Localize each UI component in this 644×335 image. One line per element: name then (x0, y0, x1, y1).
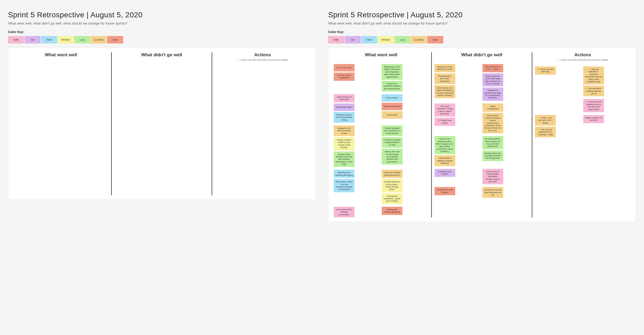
column-didnt-go-well[interactable]: What didn't go well (112, 52, 212, 195)
sticky-note[interactable]: ✓ Sally + Lucy sync up on dev + design (535, 115, 556, 126)
board-title: Sprint 5 Retrospective | August 5, 2020 (8, 11, 316, 19)
note-cluster: Some of the feedback was a little to vag… (434, 136, 529, 166)
sticky-note[interactable]: Design feedback was completed in a timel… (382, 125, 402, 136)
sticky-note[interactable]: Full-team provided design feedback on-ti… (382, 137, 402, 148)
column-header: What went well (334, 52, 429, 59)
sticky-note[interactable]: Some churn on responsibility delineation… (482, 169, 503, 185)
note-stack: ✓ Sally + Lucy sync up on dev + design✓ … (535, 115, 582, 137)
note-stack: Some churn on responsibility delineation… (482, 169, 529, 185)
note-stack: My responsibility - need to figure out h… (482, 136, 529, 161)
color-key-swatch: Claire (41, 36, 57, 43)
color-key-swatch: Claire (361, 36, 377, 43)
sticky-note[interactable]: Forgetting EOD reviews (434, 169, 455, 177)
sticky-note[interactable]: Claire and Michael joining the team!!! (382, 170, 402, 178)
sticky-note[interactable]: Ceremonies (382, 111, 402, 119)
color-key: SallyJoeClaireMichaelLucyCourtneySam (328, 36, 636, 43)
sticky-note[interactable]: Holiday and vacation time made for a fra… (482, 87, 503, 101)
sticky-note[interactable]: Design review structure went well with f… (334, 151, 355, 167)
note-cluster: ✓ Check blockers each day.✓ Have all est… (535, 66, 630, 96)
sticky-note[interactable]: Friendly welcome to the project - thanks… (382, 179, 402, 192)
sticky-note[interactable]: Scope management (482, 103, 503, 112)
note-cluster: Too many meetings? Feeling a lack of hea… (434, 103, 529, 133)
note-stack: ✓ Have all estimation / technical refine… (583, 66, 630, 96)
note-cluster: Engagement of team in Design reviewDesig… (334, 125, 429, 167)
sticky-note[interactable]: Beginning to form project milestones and… (382, 64, 402, 80)
sticky-note[interactable]: Design reviews! Great to have visuals to… (334, 137, 355, 150)
column-header: What didn't go well (114, 52, 209, 59)
note-stack: Complex API Auth Process (434, 187, 481, 195)
sticky-note[interactable]: Claire ramped on wicked fast (334, 94, 355, 102)
sticky-note[interactable]: Story backup on a single blocker/jira is… (434, 85, 455, 98)
sticky-note[interactable]: Pairing w/ Sally & Joe & occasionally dr… (334, 112, 355, 123)
note-cluster: Lots of good team strategy conversationD… (334, 207, 429, 217)
column-actions[interactable]: Actions ✓ = Action has been addressed vi… (532, 52, 633, 217)
sticky-note[interactable]: Story Definition of Done - Check? (482, 64, 503, 72)
sticky-note[interactable]: Maybe a clearer TL todo list? (583, 115, 604, 123)
note-stack: Dealing with random questions (382, 207, 429, 215)
column-didnt-go-well[interactable]: What didn't go well Backlog is not as de… (432, 52, 533, 217)
sticky-note[interactable]: Clear decision making on design feedback (434, 155, 455, 166)
sticky-note[interactable]: Lots of tech infra (334, 64, 355, 71)
sticky-note[interactable]: My responsibility - need to figure out h… (482, 136, 503, 149)
color-key-swatch: Joe (345, 36, 361, 43)
sticky-note[interactable]: ✓ Post technical meeting tl;drs for the … (583, 99, 604, 112)
retro-canvas[interactable]: What went well What didn't go well Actio… (8, 48, 316, 200)
note-stack: Engagement of team in Design reviewDesig… (334, 125, 381, 167)
whiteboard-pair: Sprint 5 Retrospective | August 5, 2020 … (8, 11, 636, 222)
sticky-note[interactable]: Engagement of team in Design review (334, 125, 355, 136)
sticky-note[interactable]: Pairing with Claire! (334, 103, 355, 111)
sticky-note[interactable]: Got lots of infra established (334, 73, 355, 81)
sticky-note[interactable]: ✓ Set up more pairing time for Courtney … (535, 127, 556, 137)
sticky-note[interactable]: ✓ Check blockers each day. (535, 66, 556, 75)
sticky-note[interactable]: Being able to listen in on the architect… (334, 179, 355, 192)
color-key: SallyJoeClaireMichaelLucyCourtneySam (8, 36, 316, 43)
color-key-label: Color Key: (328, 30, 636, 34)
color-key-swatch: Michael (378, 36, 394, 43)
sticky-note[interactable]: Complex API Auth Process (434, 187, 455, 195)
sticky-note[interactable]: Dealing with random questions (382, 207, 402, 215)
color-key-swatch: Sally (8, 36, 24, 43)
sticky-note[interactable]: Some of the feedback was a little to vag… (434, 136, 455, 154)
note-stack: Design feedback was completed in a timel… (382, 125, 429, 165)
color-key-swatch: Lucy (74, 36, 90, 43)
sticky-note[interactable]: Watching error handling/debugging (334, 170, 355, 178)
sticky-note[interactable]: Too many meetings? Feeling a lack of hea… (434, 103, 455, 117)
color-key-swatch: Courtney (91, 36, 107, 43)
sticky-note[interactable]: Onboarding experience - great job Courtn… (382, 193, 402, 204)
note-stack: EOD reviewsTextbook StandupsCeremonies (382, 94, 429, 119)
column-actions[interactable]: Actions ✓ = Action has been addressed vi… (212, 52, 313, 195)
sticky-note[interactable]: Lots of good team strategy conversation (334, 207, 355, 217)
board-title: Sprint 5 Retrospective | August 5, 2020 (328, 11, 636, 19)
sticky-note[interactable]: Planning poker (dev. team estimation) (434, 73, 455, 84)
color-key-swatch: Sam (427, 36, 443, 43)
column-went-well[interactable]: What went well (11, 52, 112, 195)
sticky-note[interactable]: Account set up and Jira/Confluence set u… (482, 187, 503, 198)
column-header: Actions ✓ = Action has been addressed vi… (215, 52, 310, 61)
sticky-note[interactable]: ✓ Have all estimation / technical refine… (583, 66, 604, 85)
sticky-note[interactable]: Textbook Standups (382, 103, 402, 110)
note-stack: Story Definition of Done - Check?Stories… (482, 64, 529, 101)
column-went-well[interactable]: What went well Lots of tech infraGot lot… (331, 52, 432, 217)
sticky-note[interactable]: Stories added to sprint didn't align wit… (482, 73, 503, 87)
sticky-note[interactable]: Future sprint reviews shouldn't involve … (482, 113, 503, 134)
sticky-note[interactable]: Having a Word doc of design feedback was… (482, 150, 503, 161)
column-header: Actions ✓ = Action has been addressed vi… (535, 52, 630, 61)
sticky-note[interactable]: ✓ Get estimation meeting cadence on cal (583, 86, 604, 96)
sticky-note[interactable]: EOD reviews (382, 94, 402, 102)
note-cluster: Watching error handling/debuggingBeing a… (334, 170, 429, 204)
sticky-note[interactable]: Backlog is not as defined as I'd like. (434, 64, 455, 72)
note-stack: Lots of tech infraGot lots of infra esta… (334, 64, 381, 81)
note-cluster: Claire ramped on wicked fastPairing with… (334, 94, 429, 123)
sticky-note[interactable]: ??? Weird time blocks (434, 118, 455, 126)
color-key-label: Color Key: (8, 30, 316, 34)
board-subtitle: What went well, what didn't go well, wha… (328, 21, 636, 25)
sticky-note[interactable]: Progress on milestone definition and dep… (382, 81, 402, 91)
retro-canvas[interactable]: What went well Lots of tech infraGot lot… (328, 48, 636, 222)
note-stack: Too many meetings? Feeling a lack of hea… (434, 103, 481, 126)
column-header: What didn't go well (434, 52, 529, 59)
note-cluster: Lots of tech infraGot lots of infra esta… (334, 64, 429, 91)
sticky-note[interactable]: Mallory and I are on same page about des… (382, 149, 402, 165)
note-stack: Beginning to form project milestones and… (382, 64, 429, 91)
color-key-swatch: Joe (25, 36, 41, 43)
note-stack: ✓ Post technical meeting tl;drs for the … (583, 99, 630, 112)
